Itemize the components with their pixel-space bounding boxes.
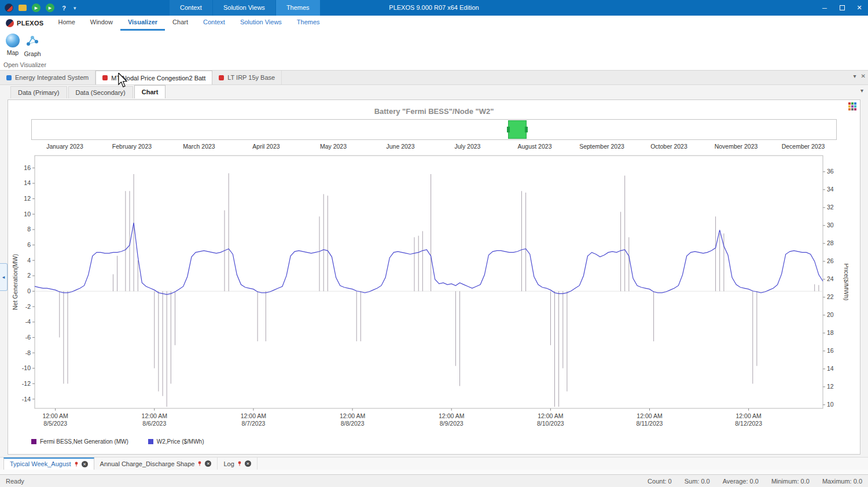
navigator-month-label: June 2023 [367, 143, 434, 150]
legend-item-price: W2,Price ($/MWh) [148, 438, 204, 445]
navigator-month-label: January 2023 [31, 143, 98, 150]
svg-text:16: 16 [827, 347, 834, 354]
svg-text:12:00 AM: 12:00 AM [439, 412, 464, 419]
menu-solution-views[interactable]: Solution Views [233, 16, 289, 31]
svg-text:8: 8 [27, 226, 31, 233]
titlebar: ▶ ▶ ? ▾ PLEXOS 9.000 R07 x64 Edition Con… [0, 0, 868, 16]
doc-tab-energy-integrated-system[interactable]: Energy Integrated System [0, 71, 95, 84]
menu-window[interactable]: Window [83, 16, 120, 31]
svg-text:-14: -14 [22, 396, 31, 403]
quick-access-caret-icon[interactable]: ▾ [73, 5, 76, 11]
close-button[interactable]: ✕ [851, 0, 868, 16]
graph-icon [25, 34, 39, 47]
navigator-month-label: October 2023 [635, 143, 703, 150]
titlebar-tab-solution-views[interactable]: Solution Views [213, 0, 275, 16]
help-icon[interactable]: ? [60, 3, 68, 12]
tab-data-secondary[interactable]: Data (Secondary) [68, 86, 133, 98]
legend-label: W2,Price ($/MWh) [157, 438, 204, 445]
menu-context[interactable]: Context [196, 16, 233, 31]
map-button[interactable]: Map [3, 34, 22, 56]
svg-text:-2: -2 [25, 303, 31, 310]
bottom-tab-label: Typical Week_August [10, 460, 71, 467]
svg-text:12:00 AM: 12:00 AM [735, 412, 761, 419]
svg-text:12: 12 [24, 195, 31, 202]
svg-text:0: 0 [27, 287, 31, 294]
save-icon[interactable] [19, 5, 27, 11]
svg-text:30: 30 [827, 222, 834, 228]
timeline-navigator[interactable] [31, 119, 837, 140]
menu-visualizer[interactable]: Visualizer [120, 16, 165, 31]
doc-tab-close-icon[interactable]: ✕ [861, 73, 866, 79]
quick-access-toolbar: ▶ ▶ ? ▾ [0, 3, 76, 12]
graph-button[interactable]: Graph [23, 34, 42, 57]
navigator-month-label: July 2023 [434, 143, 501, 150]
generation-legend-swatch [31, 439, 36, 444]
bottom-tab-log[interactable]: Log ✕ [218, 458, 257, 470]
doc-tab-list-caret-icon[interactable]: ▾ [854, 73, 856, 79]
plexos-window: ▶ ▶ ? ▾ PLEXOS 9.000 R07 x64 Edition Con… [0, 0, 868, 487]
doc-tab-lt-irp-15y-base[interactable]: LT IRP 15y Base [212, 71, 282, 84]
bottom-tab-annual-charge-discharge[interactable]: Annual Charge_Discharge Shape ✕ [94, 458, 218, 470]
chart-legend: Fermi BESS,Net Generation (MW) W2,Price … [31, 438, 204, 445]
left-axis: 1614121086420-2-4-6-8-10-12-14 [22, 164, 35, 403]
chart-palette-icon[interactable] [848, 102, 856, 110]
right-axis: 3634323028262422201816141210 [823, 168, 834, 408]
pin-icon[interactable] [74, 461, 79, 467]
svg-text:8/7/2023: 8/7/2023 [241, 420, 265, 427]
document-icon [6, 75, 12, 80]
menu-home[interactable]: Home [50, 16, 82, 31]
svg-text:18: 18 [827, 329, 834, 336]
close-tab-icon[interactable]: ✕ [245, 460, 251, 467]
chart-panel: Battery "Fermi BESS"/Node "W2" January 2… [8, 99, 860, 455]
menu-themes[interactable]: Themes [289, 16, 328, 31]
status-stats: Count: 0 Sum: 0.0 Average: 0.0 Minimum: … [648, 478, 862, 485]
left-axis-title: Net Generation(MW) [12, 254, 19, 310]
stat-sum: Sum: 0.0 [685, 478, 710, 485]
svg-text:14: 14 [827, 365, 834, 372]
titlebar-tab-context[interactable]: Context [170, 0, 212, 16]
bottom-tab-strip: Typical Week_August ✕ Annual Charge_Disc… [0, 457, 868, 470]
doc-tab-label: LT IRP 15y Base [227, 74, 275, 81]
doc-tab-label: MT Nodal Price Congestion2 Batt [111, 75, 205, 82]
close-tab-icon[interactable]: ✕ [82, 461, 88, 467]
panel-collapse-handle[interactable]: ◂ [0, 263, 8, 291]
chart-title: Battery "Fermi BESS"/Node "W2" [8, 107, 860, 116]
svg-text:-6: -6 [25, 334, 31, 341]
minimize-button[interactable]: ─ [816, 0, 833, 16]
svg-text:34: 34 [827, 186, 834, 193]
titlebar-tab-themes[interactable]: Themes [276, 0, 320, 16]
svg-text:12:00 AM: 12:00 AM [340, 412, 365, 419]
svg-text:12:00 AM: 12:00 AM [538, 412, 563, 419]
menu-chart[interactable]: Chart [165, 16, 196, 31]
stat-minimum: Minimum: 0.0 [771, 478, 810, 485]
doc-tab-label: Energy Integrated System [15, 74, 89, 81]
brand: PLEXOS [0, 19, 50, 27]
navigator-selection[interactable] [508, 120, 527, 139]
svg-text:8/9/2023: 8/9/2023 [440, 420, 464, 427]
run-icon[interactable]: ▶ [32, 3, 41, 12]
bottom-gap [0, 470, 868, 474]
view-tab-caret-icon[interactable]: ▾ [860, 87, 863, 94]
svg-text:-8: -8 [25, 349, 31, 356]
tab-chart[interactable]: Chart [134, 85, 166, 98]
document-icon [102, 75, 108, 80]
pin-icon[interactable] [197, 460, 202, 467]
navigator-handle-left[interactable] [507, 127, 510, 132]
navigator-handle-right[interactable] [525, 127, 528, 132]
stat-count: Count: 0 [648, 478, 672, 485]
svg-text:22: 22 [827, 293, 834, 300]
navigator-month-label: August 2023 [501, 143, 568, 150]
tab-data-primary[interactable]: Data (Primary) [10, 86, 67, 98]
maximize-button[interactable] [833, 0, 851, 16]
svg-text:8/6/2023: 8/6/2023 [142, 420, 166, 427]
svg-text:16: 16 [24, 164, 31, 171]
close-tab-icon[interactable]: ✕ [205, 460, 211, 467]
titlebar-context-tabs: Context Solution Views Themes [170, 0, 321, 16]
doc-tab-strip-controls: ▾ ✕ [854, 73, 866, 79]
pin-icon[interactable] [237, 460, 242, 467]
doc-tab-mt-nodal-price-congestion[interactable]: MT Nodal Price Congestion2 Batt [95, 71, 212, 84]
bottom-tab-typical-week-august[interactable]: Typical Week_August ✕ [3, 458, 94, 470]
x-axis: 12:00 AM8/5/202312:00 AM8/6/202312:00 AM… [42, 408, 762, 427]
execute-icon[interactable]: ▶ [46, 3, 54, 12]
main-chart[interactable]: 1614121086420-2-4-6-8-10-12-143634323028… [10, 153, 848, 430]
